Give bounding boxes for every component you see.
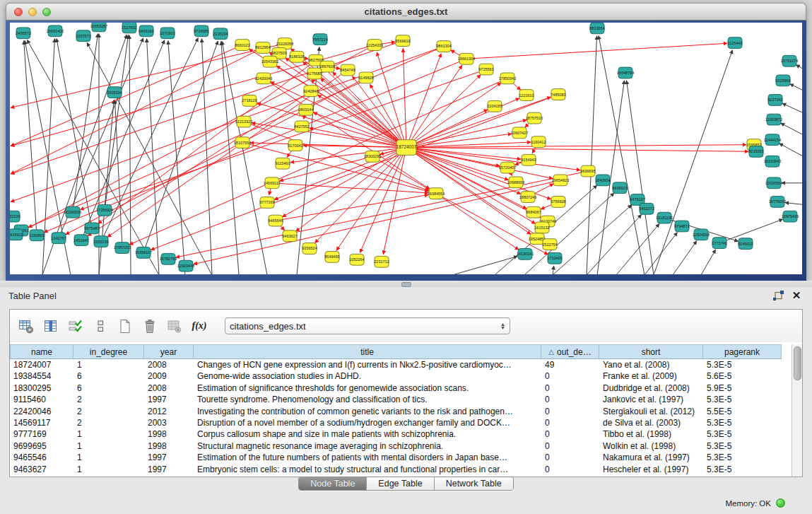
network-node-label: 16958107 (135, 250, 152, 255)
table-row[interactable]: 946362711997Embryonic stem cells: a mode… (10, 464, 782, 475)
memory-ok-indicator[interactable] (776, 498, 785, 508)
table-settings-button[interactable] (17, 317, 35, 335)
column-header-in-degree[interactable]: in_degree (73, 344, 144, 359)
column-header-out-degree[interactable]: △out_de… (541, 344, 599, 359)
cell-in_degree: 2 (73, 394, 144, 405)
network-node-label: 1840954 (595, 178, 610, 182)
select-rows-button[interactable] (66, 317, 85, 335)
network-node-label: 18724007 (396, 145, 417, 150)
application-screen: citations_edges.txt 18724007193845548660… (0, 0, 812, 514)
cell-name: 19384554 (10, 370, 73, 382)
network-edge (645, 233, 677, 274)
network-node-label: 10975439 (782, 214, 799, 218)
cell-name: 14569117 (10, 417, 73, 428)
network-edge (296, 148, 406, 232)
window-titlebar[interactable]: citations_edges.txt (6, 3, 806, 21)
table-row[interactable]: 977716911998Corpus callosum shape and si… (10, 428, 782, 440)
table-row[interactable]: 2242004622012Investigating the contribut… (10, 406, 782, 417)
column-header-pagerank[interactable]: pagerank (703, 344, 782, 359)
network-node-label: 1221610 (519, 93, 534, 98)
network-node-label: 16782759 (160, 257, 177, 261)
cell-name: 9777169 (10, 428, 73, 440)
network-node-label: 1733426 (547, 256, 562, 260)
close-panel-button[interactable]: ✕ (789, 289, 804, 302)
cell-out_degree: 0 (541, 406, 599, 417)
table-row[interactable]: 969969511998Structural magnetic resonanc… (10, 440, 782, 452)
cell-title: Structural magnetic resonance image aver… (194, 440, 541, 452)
cell-title: Estimation of significance thresholds fo… (194, 382, 541, 394)
table-row[interactable]: 1872400712008Changes of HCN gene express… (10, 359, 782, 370)
float-panel-button[interactable] (771, 289, 785, 302)
cell-name: 18300295 (10, 382, 73, 394)
network-node-label: 9716585 (194, 29, 208, 33)
network-node-label: 1071913 (160, 31, 175, 35)
network-canvas[interactable]: 1872400719384554866012389129542322605898… (10, 23, 802, 274)
split-view-button[interactable] (91, 317, 110, 335)
delete-table-button[interactable] (141, 317, 159, 335)
network-node-label: 15751074 (781, 59, 798, 63)
table-scrollbar[interactable] (792, 344, 802, 477)
network-node-label: 2405572 (16, 31, 30, 35)
network-node-label: 9115460 (276, 161, 290, 165)
close-icon: ✕ (792, 291, 801, 300)
select-columns-button[interactable] (42, 317, 60, 335)
network-node-label: 2867608 (319, 64, 334, 69)
network-node-label: 16776093 (769, 199, 786, 204)
network-node-label: 3915912 (10, 233, 23, 237)
scrollbar-thumb[interactable] (794, 346, 801, 380)
table-select-dropdown[interactable]: citations_edges.txt ▲▼ (225, 317, 510, 334)
network-edge (406, 83, 501, 147)
cell-name: 9699695 (10, 440, 73, 452)
network-node-label: 9175685 (307, 71, 322, 76)
cell-year: 2003 (144, 417, 194, 428)
network-node-label: 8938923 (612, 186, 627, 190)
network-node-label: 18107554 (234, 141, 251, 145)
network-node-label: 8813054 (589, 26, 604, 30)
column-header-title[interactable]: title (194, 344, 541, 359)
tab-network-table[interactable]: Network Table (435, 477, 513, 490)
cell-name: 9465546 (10, 452, 73, 463)
network-node-label: 10653287 (90, 24, 107, 28)
float-panel-icon (772, 290, 784, 302)
network-node-label: 20691406 (47, 29, 64, 33)
cell-year: 1998 (144, 428, 194, 440)
column-header-name[interactable]: name (10, 344, 73, 359)
select-rows-icon (68, 319, 83, 334)
table-row[interactable]: 1938455462009Genome-wide association stu… (10, 370, 782, 382)
import-table-button[interactable] (165, 317, 184, 335)
splitter-handle[interactable] (401, 282, 411, 287)
network-node-label: 17957253 (114, 246, 131, 250)
cell-year: 1998 (144, 440, 194, 452)
network-node-label: 1156869 (30, 233, 45, 238)
network-edge (587, 36, 597, 274)
table-row[interactable]: 1830029562008Estimation of significance … (10, 382, 782, 394)
network-node-label: 14136141 (517, 252, 534, 256)
column-header-short[interactable]: short (599, 344, 703, 359)
network-node-label: 14569117 (264, 181, 281, 185)
cell-title: Corpus callosum shape and size in male p… (194, 428, 541, 440)
table-row[interactable]: 1456911722003Disruption of a novel membe… (10, 417, 782, 428)
cell-year: 2009 (144, 370, 194, 382)
cell-year: 1997 (144, 464, 194, 475)
cell-year: 2012 (144, 406, 194, 417)
network-node-label: 8660123 (235, 43, 249, 47)
network-node-label: 6466160 (139, 29, 153, 33)
cell-out_degree: 0 (541, 428, 599, 440)
tab-edge-table[interactable]: Edge Table (367, 477, 434, 490)
sort-ascending-icon: △ (548, 348, 554, 356)
function-builder-button[interactable]: f(x) (190, 317, 208, 335)
cell-pagerank: 5.5E-5 (703, 406, 782, 417)
network-node-label: 23226058 (276, 42, 293, 46)
tab-node-table[interactable]: Node Table (299, 477, 367, 490)
table-row[interactable]: 946554611997Estimation of the future num… (10, 452, 782, 463)
pane-splitter (0, 281, 812, 287)
network-node-label: 1125449 (728, 41, 743, 45)
network-edge (553, 266, 554, 274)
network-edge (452, 256, 517, 274)
cell-short: Nakamura et al. (1997) (599, 452, 703, 463)
column-header-year[interactable]: year (144, 344, 194, 359)
table-row[interactable]: 911546021997Tourette syndrome. Phenomeno… (10, 394, 782, 405)
new-table-button[interactable] (116, 317, 134, 335)
network-node-label: 9756928 (551, 199, 565, 204)
table-tabs-bar: Node Table Edge Table Network Table (0, 477, 812, 491)
